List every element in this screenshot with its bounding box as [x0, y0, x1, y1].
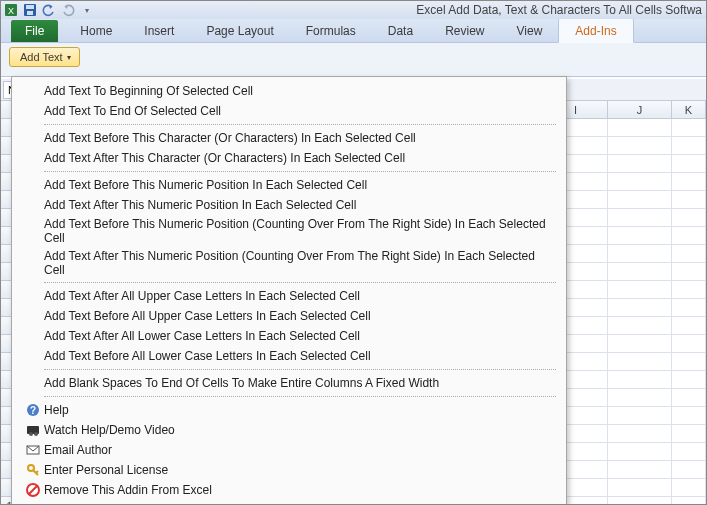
svg-text:?: ? — [30, 405, 36, 416]
cell[interactable] — [672, 137, 706, 155]
key-icon — [22, 463, 44, 477]
menu-item-label: Add Text After This Numeric Position In … — [44, 198, 356, 212]
cell[interactable] — [672, 245, 706, 263]
cell[interactable] — [672, 191, 706, 209]
cell[interactable] — [672, 407, 706, 425]
add-text-button[interactable]: Add Text ▾ — [9, 47, 80, 67]
title-bar: X ▾ Excel Add Data, Text & Characters To… — [1, 1, 706, 19]
cell[interactable] — [672, 461, 706, 479]
cell[interactable] — [608, 191, 672, 209]
menu-item[interactable]: Add Text Before This Numeric Position (C… — [14, 215, 564, 247]
cell[interactable] — [608, 281, 672, 299]
ribbon-body: Add Text ▾ — [1, 43, 706, 77]
cell[interactable] — [672, 335, 706, 353]
tab-view[interactable]: View — [501, 19, 559, 42]
cell[interactable] — [608, 389, 672, 407]
cell[interactable] — [672, 479, 706, 497]
cell[interactable] — [608, 371, 672, 389]
cell[interactable] — [608, 353, 672, 371]
svg-rect-4 — [27, 11, 33, 15]
cell[interactable] — [608, 155, 672, 173]
cell[interactable] — [608, 173, 672, 191]
menu-item[interactable]: Add Text After This Character (Or Charac… — [14, 148, 564, 168]
cell[interactable] — [672, 155, 706, 173]
tab-data[interactable]: Data — [372, 19, 429, 42]
cell[interactable] — [672, 389, 706, 407]
menu-item[interactable]: Add Text After All Lower Case Letters In… — [14, 326, 564, 346]
svg-point-9 — [34, 432, 38, 436]
menu-item[interactable]: ?Help — [14, 400, 564, 420]
menu-item[interactable]: Email Author — [14, 440, 564, 460]
cell[interactable] — [608, 137, 672, 155]
menu-item[interactable]: Add Text After This Numeric Position In … — [14, 195, 564, 215]
menu-item[interactable]: Add Text To Beginning Of Selected Cell — [14, 81, 564, 101]
cell[interactable] — [672, 317, 706, 335]
menu-item[interactable]: Enter Personal License — [14, 460, 564, 480]
cell[interactable] — [608, 407, 672, 425]
add-text-dropdown: Add Text To Beginning Of Selected CellAd… — [11, 76, 567, 505]
cell[interactable] — [672, 227, 706, 245]
tab-insert[interactable]: Insert — [128, 19, 190, 42]
cell[interactable] — [672, 173, 706, 191]
cell[interactable] — [608, 119, 672, 137]
cell[interactable] — [608, 227, 672, 245]
excel-icon: X — [3, 2, 19, 18]
tab-home[interactable]: Home — [64, 19, 128, 42]
menu-item[interactable]: Add Text Before This Character (Or Chara… — [14, 128, 564, 148]
menu-item-label: Add Text Before This Numeric Position In… — [44, 178, 367, 192]
save-icon[interactable] — [22, 2, 38, 18]
cell[interactable] — [608, 245, 672, 263]
cell[interactable] — [672, 497, 706, 505]
cell[interactable] — [608, 209, 672, 227]
tab-review[interactable]: Review — [429, 19, 500, 42]
cell[interactable] — [672, 263, 706, 281]
cell[interactable] — [608, 497, 672, 505]
menu-item-label: Add Text Before All Lower Case Letters I… — [44, 349, 371, 363]
cell[interactable] — [608, 443, 672, 461]
menu-item[interactable]: Add Text Before All Upper Case Letters I… — [14, 306, 564, 326]
menu-item[interactable]: Add Text To End Of Selected Cell — [14, 101, 564, 121]
menu-item-label: Add Text After This Character (Or Charac… — [44, 151, 405, 165]
cell[interactable] — [608, 299, 672, 317]
cell[interactable] — [608, 425, 672, 443]
cell[interactable] — [672, 281, 706, 299]
redo-icon[interactable] — [60, 2, 76, 18]
ribbon-tabs: File Home Insert Page Layout Formulas Da… — [1, 19, 706, 43]
qat-customize-arrow[interactable]: ▾ — [79, 2, 95, 18]
cell[interactable] — [608, 461, 672, 479]
menu-item[interactable]: Add Text Before All Lower Case Letters I… — [14, 346, 564, 366]
tab-formulas[interactable]: Formulas — [290, 19, 372, 42]
help-icon: ? — [22, 403, 44, 417]
cell[interactable] — [672, 119, 706, 137]
tab-page-layout[interactable]: Page Layout — [190, 19, 289, 42]
menu-item[interactable]: Remove This Addin From Excel — [14, 480, 564, 500]
cell[interactable] — [672, 443, 706, 461]
tab-file[interactable]: File — [11, 20, 58, 42]
menu-item-label: Add Text To End Of Selected Cell — [44, 104, 221, 118]
col-header[interactable]: J — [608, 101, 672, 118]
tab-add-ins[interactable]: Add-Ins — [558, 18, 633, 43]
cell[interactable] — [608, 263, 672, 281]
cell[interactable] — [608, 317, 672, 335]
menu-item[interactable]: Add Text After This Numeric Position (Co… — [14, 247, 564, 279]
cell[interactable] — [672, 371, 706, 389]
menu-item-label: Add Text Before This Numeric Position (C… — [44, 217, 558, 245]
menu-item[interactable]: Add Blank Spaces To End Of Cells To Make… — [14, 373, 564, 393]
cell[interactable] — [672, 209, 706, 227]
menu-item-label: Add Text To Beginning Of Selected Cell — [44, 84, 253, 98]
menu-item[interactable]: Add Text After All Upper Case Letters In… — [14, 286, 564, 306]
cell[interactable] — [608, 335, 672, 353]
cell[interactable] — [672, 299, 706, 317]
menu-item-label: Watch Help/Demo Video — [44, 423, 175, 437]
menu-item-label: Help — [44, 403, 69, 417]
menu-item-label: Email Author — [44, 443, 112, 457]
svg-text:X: X — [8, 6, 14, 16]
cell[interactable] — [608, 479, 672, 497]
undo-icon[interactable] — [41, 2, 57, 18]
cell[interactable] — [672, 353, 706, 371]
cell[interactable] — [672, 425, 706, 443]
menu-item[interactable]: Add Text Before This Numeric Position In… — [14, 175, 564, 195]
chevron-down-icon: ▾ — [67, 53, 71, 62]
col-header[interactable]: K — [672, 101, 706, 118]
menu-item[interactable]: Watch Help/Demo Video — [14, 420, 564, 440]
